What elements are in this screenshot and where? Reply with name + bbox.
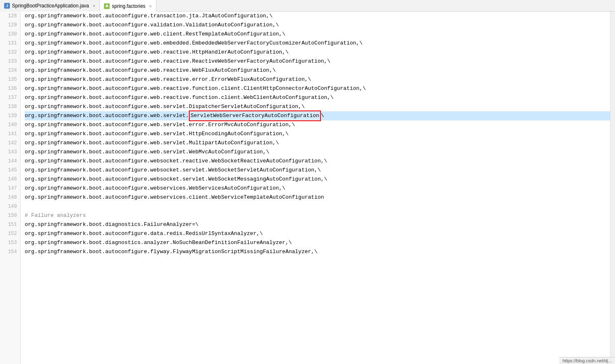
code-line-140: org.springframework.boot.autoconfigure.w… xyxy=(25,120,610,129)
code-line-135: org.springframework.boot.autoconfigure.w… xyxy=(25,75,610,84)
code-line-147: org.springframework.boot.autoconfigure.w… xyxy=(25,184,610,193)
line-number-132: 132 xyxy=(0,48,20,57)
line-number-131: 131 xyxy=(0,39,20,48)
line-number-153: 153 xyxy=(0,238,20,247)
line-number-147: 147 xyxy=(0,184,20,193)
code-line-143: org.springframework.boot.autoconfigure.w… xyxy=(25,148,610,157)
code-line-136: org.springframework.boot.autoconfigure.w… xyxy=(25,84,610,93)
tab-java-close[interactable]: × xyxy=(93,3,95,8)
code-line-131: org.springframework.boot.autoconfigure.w… xyxy=(25,39,610,48)
code-line-132: org.springframework.boot.autoconfigure.w… xyxy=(25,48,610,57)
status-bar: https://blog.csdn.net/dj... xyxy=(559,357,615,364)
line-number-145: 145 xyxy=(0,166,20,175)
code-line-148: org.springframework.boot.autoconfigure.w… xyxy=(25,193,610,202)
line-number-136: 136 xyxy=(0,84,20,93)
code-line-146: org.springframework.boot.autoconfigure.w… xyxy=(25,175,610,184)
code-text-before: org.springframework.boot.autoconfigure.w… xyxy=(25,111,189,120)
code-line-142: org.springframework.boot.autoconfigure.w… xyxy=(25,139,610,148)
tab-factories[interactable]: ☘ spring.factories × xyxy=(100,0,156,12)
vertical-scrollbar[interactable] xyxy=(610,12,615,364)
line-number-134: 134 xyxy=(0,66,20,75)
line-number-143: 143 xyxy=(0,148,20,157)
code-line-150: # Failure analyzers xyxy=(25,211,610,220)
editor-area: 1281291301311321331341351361371381391401… xyxy=(0,12,615,364)
line-gutter: 1281291301311321331341351361371381391401… xyxy=(0,12,21,364)
code-text-after: \ xyxy=(321,111,324,120)
code-line-141: org.springframework.boot.autoconfigure.w… xyxy=(25,129,610,139)
line-number-150: 150 xyxy=(0,211,20,220)
line-number-154: 154 xyxy=(0,247,20,256)
line-number-151: 151 xyxy=(0,220,20,229)
line-number-146: 146 xyxy=(0,175,20,184)
line-number-152: 152 xyxy=(0,229,20,238)
line-number-133: 133 xyxy=(0,57,20,66)
code-line-151: org.springframework.boot.diagnostics.Fai… xyxy=(25,220,610,229)
tab-java[interactable]: J SpringBootPracticeApplication.java × xyxy=(0,0,100,12)
highlighted-class-name: ServletWebServerFactoryAutoConfiguration xyxy=(189,110,321,121)
tab-factories-close[interactable]: × xyxy=(149,4,152,9)
code-line-130: org.springframework.boot.autoconfigure.w… xyxy=(25,30,610,39)
tab-factories-label: spring.factories xyxy=(112,3,145,9)
tab-bar: J SpringBootPracticeApplication.java × ☘… xyxy=(0,0,615,12)
code-content[interactable]: org.springframework.boot.autoconfigure.t… xyxy=(21,12,610,364)
line-number-130: 130 xyxy=(0,30,20,39)
code-line-134: org.springframework.boot.autoconfigure.w… xyxy=(25,66,610,75)
code-line-137: org.springframework.boot.autoconfigure.w… xyxy=(25,93,610,102)
java-file-icon: J xyxy=(4,3,10,9)
line-number-128: 128 xyxy=(0,12,20,21)
code-line-138: org.springframework.boot.autoconfigure.w… xyxy=(25,102,610,111)
code-line-133: org.springframework.boot.autoconfigure.w… xyxy=(25,57,610,66)
code-line-149 xyxy=(25,202,610,211)
line-number-139: 139 xyxy=(0,111,20,120)
factories-file-icon: ☘ xyxy=(104,3,110,9)
tab-java-label: SpringBootPracticeApplication.java xyxy=(12,3,89,9)
status-url: https://blog.csdn.net/dj... xyxy=(563,358,612,363)
line-number-140: 140 xyxy=(0,120,20,129)
line-number-137: 137 xyxy=(0,93,20,102)
code-line-152: org.springframework.boot.autoconfigure.d… xyxy=(25,229,610,238)
code-line-144: org.springframework.boot.autoconfigure.w… xyxy=(25,157,610,166)
code-line-129: org.springframework.boot.autoconfigure.v… xyxy=(25,21,610,30)
line-number-138: 138 xyxy=(0,102,20,111)
line-number-149: 149 xyxy=(0,202,20,211)
code-line-145: org.springframework.boot.autoconfigure.w… xyxy=(25,166,610,175)
comment-line: # Failure analyzers xyxy=(25,211,86,220)
line-number-144: 144 xyxy=(0,157,20,166)
code-line-128: org.springframework.boot.autoconfigure.t… xyxy=(25,12,610,21)
line-number-148: 148 xyxy=(0,193,20,202)
line-number-141: 141 xyxy=(0,129,20,139)
code-line-153: org.springframework.boot.diagnostics.ana… xyxy=(25,238,610,247)
line-number-129: 129 xyxy=(0,21,20,30)
line-number-142: 142 xyxy=(0,139,20,148)
code-line-154: org.springframework.boot.autoconfigure.f… xyxy=(25,247,610,256)
line-number-135: 135 xyxy=(0,75,20,84)
code-line-139: org.springframework.boot.autoconfigure.w… xyxy=(25,111,610,120)
